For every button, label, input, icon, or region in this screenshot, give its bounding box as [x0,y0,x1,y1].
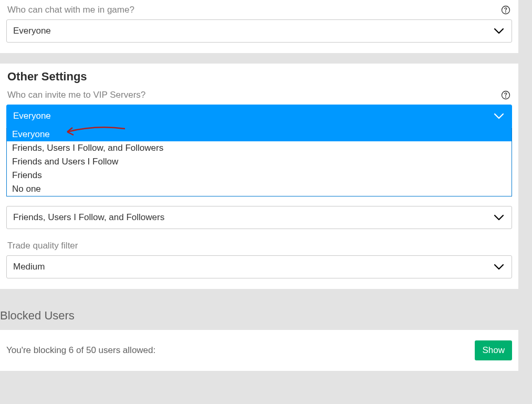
vip-option-friends-follow[interactable]: Friends and Users I Follow [7,155,512,169]
vip-label: Who can invite me to VIP Servers? [7,90,145,100]
blocked-row: You're blocking 6 of 50 users allowed: S… [6,340,512,360]
vip-option-friends[interactable]: Friends [7,169,512,182]
trade-filter-row: Trade quality filter [6,239,512,255]
help-icon[interactable] [500,5,511,15]
chat-label-row: Who can chat with me in game? [6,3,512,19]
blocked-users-title: Blocked Users [0,299,518,330]
chat-settings-panel: Who can chat with me in game? Everyone [0,0,518,53]
vip-option-everyone[interactable]: Everyone [7,128,512,141]
other-settings-title: Other Settings [6,64,512,88]
blocked-users-panel: You're blocking 6 of 50 users allowed: S… [0,330,518,371]
vip-select[interactable]: Everyone [6,105,512,128]
chevron-down-icon [493,25,505,37]
chevron-down-icon [493,211,505,224]
blocked-text: You're blocking 6 of 50 users allowed: [6,345,155,356]
chat-select-value: Everyone [13,26,51,36]
trade-filter-label: Trade quality filter [7,241,78,251]
vip-option-friends-follow-followers[interactable]: Friends, Users I Follow, and Followers [7,141,512,155]
other-settings-panel: Other Settings Who can invite me to VIP … [0,64,518,289]
svg-point-3 [505,97,506,98]
chat-label: Who can chat with me in game? [7,5,134,15]
secondary-select[interactable]: Friends, Users I Follow, and Followers [6,206,512,229]
chevron-down-icon [493,110,505,122]
chat-select[interactable]: Everyone [6,19,512,43]
vip-label-row: Who can invite me to VIP Servers? [6,88,512,105]
vip-select-value: Everyone [13,111,51,121]
trade-filter-select[interactable]: Medium [6,255,512,278]
vip-option-noone[interactable]: No one [7,182,512,196]
show-button[interactable]: Show [475,340,512,360]
secondary-select-value: Friends, Users I Follow, and Followers [13,212,164,223]
help-icon[interactable] [500,90,511,100]
svg-point-1 [505,12,506,13]
chevron-down-icon [493,261,505,273]
trade-filter-value: Medium [13,262,45,272]
vip-dropdown-list: Everyone Friends, Users I Follow, and Fo… [6,128,512,196]
